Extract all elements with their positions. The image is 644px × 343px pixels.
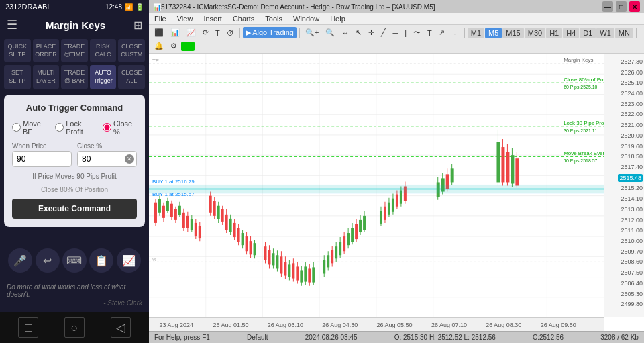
toolbar-btn-indicator[interactable]: ⟳ bbox=[200, 27, 211, 38]
toolbar-scroll[interactable]: ↔ bbox=[339, 28, 352, 38]
radio-input-move-be[interactable] bbox=[12, 123, 21, 132]
chart-title-left: 📊 bbox=[153, 3, 161, 11]
menu-help[interactable]: Help bbox=[327, 14, 348, 23]
price-2520: 2520.00 bbox=[621, 132, 643, 139]
toolbar-hline[interactable]: ─ bbox=[390, 28, 400, 38]
menu-file[interactable]: File bbox=[152, 14, 169, 23]
price-2515: 2515.20 bbox=[621, 185, 643, 191]
toolbar-btn-tpl[interactable]: T bbox=[213, 28, 223, 38]
svg-text:Lock 30 Pips Profit: Lock 30 Pips Profit bbox=[564, 120, 604, 126]
place-order-button[interactable]: PLACE ORDER bbox=[33, 39, 60, 62]
toolbar-btn-period[interactable]: ⏱ bbox=[224, 28, 237, 38]
menu-charts[interactable]: Charts bbox=[230, 14, 257, 23]
tf-mn[interactable]: MN bbox=[615, 28, 633, 38]
close-window-button[interactable]: ✕ bbox=[629, 1, 640, 12]
chart-icon-button[interactable]: 📈 bbox=[117, 248, 141, 273]
radio-input-lock-profit[interactable] bbox=[55, 123, 64, 132]
menu-tools[interactable]: Tools bbox=[262, 14, 285, 23]
close-custom-button[interactable]: CLOSE CUSTM bbox=[118, 39, 145, 62]
toolbar-notification[interactable]: 🔔 bbox=[152, 40, 166, 52]
signal-icon: 📶 bbox=[125, 3, 133, 11]
toolbar-settings[interactable]: ⚙ bbox=[168, 40, 180, 52]
radio-move-be[interactable]: Move BE bbox=[12, 119, 48, 136]
tf-d1[interactable]: D1 bbox=[580, 28, 596, 38]
tf-w1[interactable]: W1 bbox=[596, 28, 614, 38]
toolbar-crosshair[interactable]: ✛ bbox=[366, 27, 377, 38]
time-26aug-0950: 26 Aug 09:50 bbox=[541, 322, 576, 328]
toolbar-fib[interactable]: 〜 bbox=[411, 26, 423, 39]
execute-command-button[interactable]: Execute Command bbox=[12, 199, 137, 219]
toolbar-vline[interactable]: | bbox=[402, 28, 409, 38]
toolbar-btn-2[interactable]: 📊 bbox=[168, 27, 182, 38]
tf-m1[interactable]: M1 bbox=[468, 28, 484, 38]
minimize-button[interactable]: — bbox=[602, 1, 613, 12]
device-id: 2312DRAABI bbox=[5, 3, 49, 11]
bottom-icons: 🎤 ↩ ⌨ 📋 📈 bbox=[0, 243, 149, 278]
svg-rect-166 bbox=[149, 185, 604, 193]
toolbar-text[interactable]: T bbox=[425, 28, 435, 38]
price-2518: 2518.50 bbox=[621, 153, 643, 160]
set-sl-tp-button[interactable]: SET SL·TP bbox=[4, 65, 31, 89]
tf-m15[interactable]: M15 bbox=[502, 28, 523, 38]
nav-home-button[interactable]: □ bbox=[18, 317, 38, 338]
tf-h4[interactable]: H4 bbox=[563, 28, 579, 38]
grid-icon[interactable]: ⊞ bbox=[133, 19, 142, 32]
keyboard-icon-button[interactable]: ⌨ bbox=[62, 248, 87, 273]
toolbar-btn-chart-type[interactable]: 📈 bbox=[184, 27, 199, 38]
price-2519: 2519.60 bbox=[621, 143, 643, 150]
menu-insert[interactable]: Insert bbox=[201, 14, 225, 23]
toolbar-btn-1[interactable]: ⬛ bbox=[152, 27, 166, 38]
toolbar-zoom-in[interactable]: 🔍+ bbox=[303, 27, 321, 38]
toolbar-line[interactable]: ╱ bbox=[378, 27, 388, 38]
time-display: 12:48 bbox=[105, 3, 122, 11]
mic-icon-button[interactable]: 🎤 bbox=[8, 248, 32, 273]
tf-h1[interactable]: H1 bbox=[546, 28, 562, 38]
price-2523: 2523.00 bbox=[621, 101, 643, 107]
radio-input-close-percent[interactable] bbox=[103, 123, 111, 132]
nav-menu-button[interactable]: ◁ bbox=[111, 317, 131, 338]
modal-title: Auto Trigger Command bbox=[12, 103, 137, 113]
quote-author: - Steve Clark bbox=[7, 299, 142, 307]
chart-menubar: File View Insert Charts Tools Window Hel… bbox=[149, 13, 644, 25]
auto-trigger-button[interactable]: AUTO Trigger bbox=[90, 65, 117, 89]
input-row: When Price Close % ✕ bbox=[12, 142, 137, 167]
candlestick-chart: Margin Keys TP Close 80% of Position 60 … bbox=[149, 54, 604, 317]
menu-window[interactable]: Window bbox=[290, 14, 322, 23]
risk-calc-button[interactable]: RISK CALC bbox=[90, 39, 117, 62]
when-price-group: When Price bbox=[12, 142, 72, 167]
toolbar-zoom-out[interactable]: 🔍 bbox=[323, 27, 337, 38]
info-line-1: If Price Moves 90 Pips Profit bbox=[12, 173, 137, 180]
svg-text:60 Pips 2525.10: 60 Pips 2525.10 bbox=[564, 85, 597, 90]
trade-at-bar-button[interactable]: TRADE @ BAR bbox=[61, 65, 88, 89]
status-close: C:2512.56 bbox=[533, 334, 564, 341]
toolbar-separator-1 bbox=[239, 28, 240, 38]
radio-lock-profit[interactable]: Lock Profit bbox=[55, 119, 96, 136]
clipboard-icon-button[interactable]: 📋 bbox=[89, 248, 113, 273]
when-price-input[interactable] bbox=[12, 151, 72, 167]
tf-m5[interactable]: M5 bbox=[485, 28, 502, 38]
tf-m30[interactable]: M30 bbox=[525, 28, 545, 38]
close-all-button[interactable]: CLOSE ALL bbox=[118, 65, 145, 89]
svg-text:TP: TP bbox=[152, 58, 159, 64]
maximize-button[interactable]: □ bbox=[616, 1, 627, 12]
return-icon-button[interactable]: ↩ bbox=[36, 248, 60, 273]
toolbar-more[interactable]: ⋮ bbox=[449, 27, 462, 38]
algo-trading-button[interactable]: ▶ Algo Trading bbox=[243, 27, 297, 38]
right-panel: 📊 51732284 - ICMarketsSC-Demo: Demo Acco… bbox=[149, 0, 644, 343]
nav-back-button[interactable]: ○ bbox=[64, 317, 85, 338]
hamburger-menu-icon[interactable]: ☰ bbox=[7, 17, 17, 32]
menu-view[interactable]: View bbox=[174, 14, 196, 23]
quick-sl-tp-button[interactable]: QUICK SL·TP bbox=[4, 39, 31, 62]
multi-layer-button[interactable]: MULTI LAYER bbox=[33, 65, 60, 89]
radio-close-percent[interactable]: Close % bbox=[103, 119, 137, 136]
chart-area[interactable]: Margin Keys TP Close 80% of Position 60 … bbox=[149, 54, 644, 331]
quote-text: Do more of what works and less of what d… bbox=[7, 283, 142, 298]
clear-button[interactable]: ✕ bbox=[125, 154, 134, 164]
chart-title-text: 51732284 - ICMarketsSC-Demo: Demo Accoun… bbox=[161, 3, 602, 11]
time-26aug-0550: 26 Aug 05:50 bbox=[377, 322, 413, 328]
trade-at-time-button[interactable]: TRADE @TIME bbox=[61, 39, 88, 62]
toolbar-arrow[interactable]: ↗ bbox=[436, 27, 447, 38]
status-ohlc: O: 2515.30 H: 2512.52 L: 2512.56 bbox=[394, 334, 496, 341]
toolbar-cursor[interactable]: ↖ bbox=[353, 27, 364, 38]
price-2525: 2525.10 bbox=[621, 79, 643, 86]
